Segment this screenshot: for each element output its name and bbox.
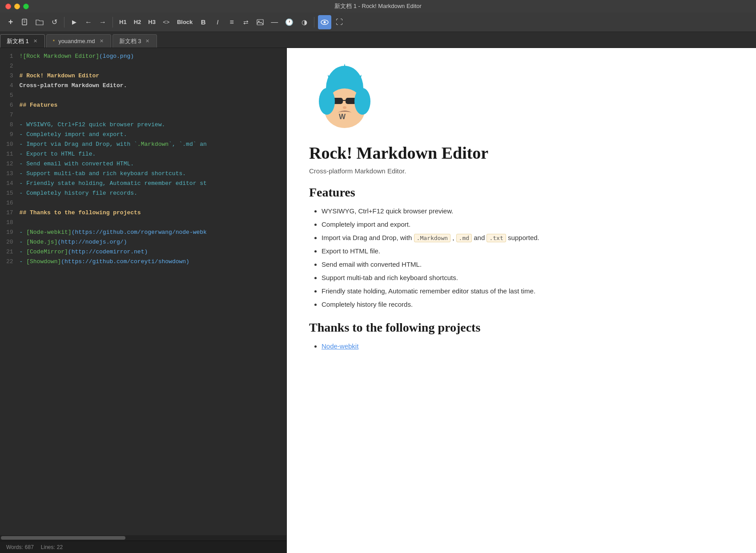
svg-point-6 [324,21,326,23]
editor-inner: 1 2 3 4 5 6 7 8 9 10 11 12 13 14 15 16 1… [0,48,286,535]
ln-21: 21 [6,247,13,257]
refresh-button[interactable]: ↺ [48,15,60,29]
svg-point-20 [343,106,346,109]
maximize-button[interactable] [23,4,29,9]
tab-2-close[interactable]: ✕ [99,38,105,44]
new-file-icon [21,19,28,26]
node-webkit-link[interactable]: Node-webkit [322,342,358,350]
editor-pane: 1 2 3 4 5 6 7 8 9 10 11 12 13 14 15 16 1… [0,48,287,553]
line-numbers: 1 2 3 4 5 6 7 8 9 10 11 12 13 14 15 16 1… [0,48,18,535]
svg-point-24 [354,88,370,115]
feature-5: Send email with converted HTML. [322,259,734,270]
tab-3[interactable]: 新文档 3 ✕ [113,34,157,48]
fullscreen-button[interactable]: ⛶ [333,15,346,29]
hr-button[interactable]: — [268,15,281,29]
ln-17: 17 [6,208,13,218]
ln-5: 5 [6,91,13,100]
h1-button[interactable]: H1 [117,15,129,29]
code-line-13: - Support multi-tab and rich keyboard sh… [20,169,283,179]
feature-3-comma: , [452,234,456,241]
image-button[interactable] [254,15,266,29]
ln-12: 12 [6,159,13,169]
preview-features-heading: Features [309,185,734,200]
ln-6: 6 [6,100,13,110]
code-line-14: - Friendly state holding, Automatic reme… [20,179,283,188]
code-line-6: ## Features [20,100,283,110]
tab-1-close[interactable]: ✕ [32,38,38,44]
tab-3-close[interactable]: ✕ [145,38,150,44]
code-line-5 [20,91,283,100]
ln-19: 19 [6,228,13,237]
code-editor[interactable]: ![Rock Markdown Editor](logo.png) # Rock… [18,48,286,535]
list-button[interactable]: ≡ [225,15,238,29]
separator-3 [314,17,314,28]
tab-1-label: 新文档 1 [7,37,29,45]
tab-2[interactable]: * youandme.md ✕ [46,34,111,48]
ln-15: 15 [6,188,13,198]
image-icon [257,19,264,26]
ln-1: 1 [6,52,13,61]
contrast-button[interactable]: ◑ [298,15,310,29]
separator-2 [113,17,113,28]
code-line-3: # Rock! Markdown Editor [20,71,283,81]
tab-1[interactable]: 新文档 1 ✕ [0,34,45,48]
words-label: Words: [6,544,23,550]
bold-button[interactable]: B [197,15,209,29]
code-line-1: ![Rock Markdown Editor](logo.png) [20,52,283,61]
block-button[interactable]: Block [174,15,195,29]
ln-22: 22 [6,257,13,267]
main-content: 1 2 3 4 5 6 7 8 9 10 11 12 13 14 15 16 1… [0,48,756,553]
new-button[interactable]: + [4,15,17,29]
code-md: .md [456,234,472,242]
preview-button[interactable] [318,15,331,29]
code-line-12: - Send email with converted HTML. [20,159,283,169]
ln-3: 3 [6,71,13,81]
tab-2-modified: * [53,39,55,44]
ln-20: 20 [6,237,13,247]
editor-scrollbar[interactable] [0,535,286,541]
feature-3: Import via Drag and Drop, with .Markdown… [322,232,734,243]
preview-logo-container: W [309,61,734,134]
ln-11: 11 [6,149,13,159]
forward-button[interactable]: → [97,15,109,29]
code-button[interactable]: <> [160,15,173,29]
h3-button[interactable]: H3 [145,15,158,29]
code-line-21: - [CodeMirror](http://codemirror.net) [20,247,283,257]
feature-7: Friendly state holding, Automatic rememb… [322,286,734,297]
preview-logo: W [309,61,380,132]
lines-label: Lines: [41,544,55,550]
traffic-lights [5,4,29,9]
code-line-7 [20,110,283,120]
code-txt: .txt [487,234,506,242]
code-line-20: - [Node.js](http://nodejs.org/) [20,237,283,247]
minimize-button[interactable] [14,4,20,9]
preview-title: Rock! Markdown Editor [309,143,734,163]
ln-8: 8 [6,120,13,130]
open-folder-button[interactable] [33,15,46,29]
tab-2-label: youandme.md [58,38,95,44]
scrollbar-thumb[interactable] [1,536,125,540]
toolbar: + ↺ ▶ ← → H1 H2 H3 <> Block B I ≡ ⇄ — 🕐 … [0,12,756,32]
close-button[interactable] [5,4,11,9]
ln-18: 18 [6,218,13,228]
code-line-22: - [Showdown](https://github.com/coreyti/… [20,257,283,267]
words-count: 687 [25,544,34,550]
feature-8: Completely history file records. [322,299,734,310]
eye-icon [321,19,329,25]
clock-button[interactable]: 🕐 [282,15,296,29]
titlebar: 新文档 1 - Rock! Markdown Editor [0,0,756,12]
tab-bar: 新文档 1 ✕ * youandme.md ✕ 新文档 3 ✕ [0,32,756,48]
play-button[interactable]: ▶ [68,15,80,29]
code-line-11: - Export to HTML file. [20,149,283,159]
preview-pane[interactable]: W Rock! Markdown Editor Cross-platform M… [287,48,756,553]
feature-2: Completely import and export. [322,219,734,230]
code-line-17: ## Thanks to the following projects [20,208,283,218]
italic-button[interactable]: I [211,15,224,29]
ln-10: 10 [6,140,13,149]
new-file-button[interactable] [19,15,31,29]
code-line-15: - Completely history file records. [20,188,283,198]
h2-button[interactable]: H2 [131,15,144,29]
code-markdown: .Markdown [414,234,450,242]
back-button[interactable]: ← [82,15,95,29]
shuffle-button[interactable]: ⇄ [240,15,252,29]
